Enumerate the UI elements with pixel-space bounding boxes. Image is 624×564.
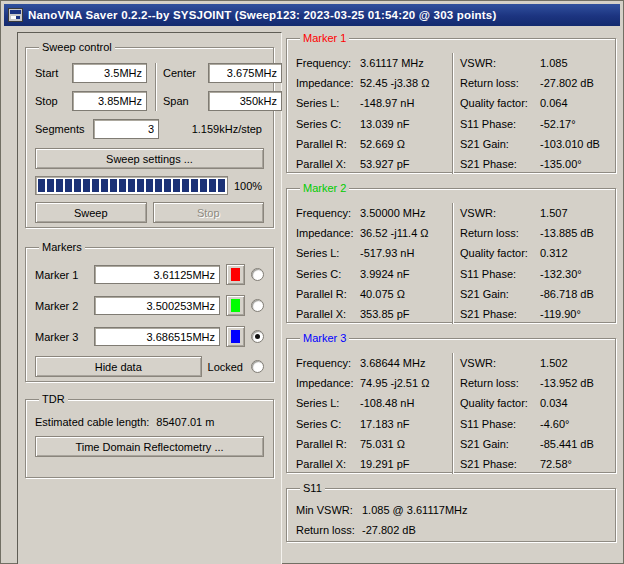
sweep-fields-divider xyxy=(155,63,156,111)
field-value: -148.97 nH xyxy=(360,97,452,109)
field-value: -52.17° xyxy=(540,118,606,130)
center-label: Center xyxy=(163,67,208,79)
cable-length-row: Estimated cable length: 85407.01 m xyxy=(35,416,264,428)
marker-data-left-column: Frequency:3.68644 MHzImpedance:74.95 -j2… xyxy=(296,353,452,474)
tdr-button[interactable]: Time Domain Reflectometry ... xyxy=(35,436,264,457)
field-label: VSWR: xyxy=(460,207,540,219)
marker-group-title: Marker 2 xyxy=(300,182,349,194)
data-row: Series C:13.039 nF xyxy=(296,114,452,134)
center-input[interactable] xyxy=(208,63,282,83)
step-size-text: 1.159kHz/step xyxy=(192,123,264,135)
cable-length-value: 85407.01 m xyxy=(156,416,214,428)
client-area: Sweep control Start Center Stop Span Seg… xyxy=(4,26,620,564)
field-value: 36.52 -j11.4 Ω xyxy=(360,227,452,239)
data-row: S21 Phase:72.58° xyxy=(460,454,606,474)
sweep-settings-button[interactable]: Sweep settings ... xyxy=(35,148,264,169)
titlebar[interactable]: NanoVNA Saver 0.2.2--by SYSJOINT (Sweep1… xyxy=(4,4,620,26)
data-row: S21 Gain:-103.010 dB xyxy=(460,134,606,154)
start-input[interactable] xyxy=(72,63,147,83)
marker-1-color-swatch xyxy=(231,268,240,281)
field-value: -135.00° xyxy=(540,158,606,170)
data-row: Series L:-108.48 nH xyxy=(296,393,452,413)
field-label: Series C: xyxy=(296,268,360,280)
field-label: S11 Phase: xyxy=(460,268,540,280)
stop-input[interactable] xyxy=(72,91,147,111)
marker-2-color-button[interactable] xyxy=(226,295,245,316)
sweep-button[interactable]: Sweep xyxy=(35,202,147,223)
field-label: Series L: xyxy=(296,397,360,409)
field-value: 52.45 -j3.38 Ω xyxy=(360,77,452,89)
field-value: 3.50000 MHz xyxy=(360,207,452,219)
data-row: Parallel X:353.85 pF xyxy=(296,304,452,324)
tdr-group: TDR Estimated cable length: 85407.01 m T… xyxy=(25,393,274,478)
data-row: S21 Phase:-135.00° xyxy=(460,154,606,174)
hide-data-row: Hide data Locked xyxy=(35,356,264,377)
marker-data-right-column: VSWR:1.085Return loss:-27.802 dBQuality … xyxy=(453,53,606,174)
marker-2-color-swatch xyxy=(231,299,240,312)
data-row: S11 Phase:-52.17° xyxy=(460,114,606,134)
tdr-group-title: TDR xyxy=(39,393,68,405)
field-label: Parallel R: xyxy=(296,438,360,450)
field-label: Parallel X: xyxy=(296,308,360,320)
marker-3-label: Marker 3 xyxy=(35,331,88,343)
field-label: S21 Gain: xyxy=(460,288,540,300)
app-window: NanoVNA Saver 0.2.2--by SYSJOINT (Sweep1… xyxy=(0,0,624,564)
stop-button[interactable]: Stop xyxy=(153,202,265,223)
data-row: S11 Phase:-4.60° xyxy=(460,414,606,434)
field-value: 1.507 xyxy=(540,207,606,219)
span-input[interactable] xyxy=(208,91,282,111)
data-row: Return loss:-13.952 dB xyxy=(460,373,606,393)
data-row: Return loss:-27.802 dB xyxy=(460,73,606,93)
field-value: -27.802 dB xyxy=(540,77,606,89)
field-label: Return loss: xyxy=(460,227,540,239)
data-row: Parallel R:75.031 Ω xyxy=(296,434,452,454)
segments-input[interactable] xyxy=(93,119,159,139)
field-label: Impedance: xyxy=(296,227,360,239)
marker-data-left-column: Frequency:3.50000 MHzImpedance:36.52 -j1… xyxy=(296,203,452,324)
marker-data-right-column: VSWR:1.502Return loss:-13.952 dBQuality … xyxy=(453,353,606,474)
data-row: Series L:-148.97 nH xyxy=(296,93,452,113)
field-value: -85.441 dB xyxy=(540,438,606,450)
start-label: Start xyxy=(35,67,72,79)
field-value: 17.183 nF xyxy=(360,418,452,430)
field-label: VSWR: xyxy=(460,57,540,69)
locked-radio[interactable] xyxy=(251,360,264,373)
field-label: Quality factor: xyxy=(460,97,540,109)
field-label: Return loss: xyxy=(460,77,540,89)
field-label: Quality factor: xyxy=(460,247,540,259)
marker-2-radio[interactable] xyxy=(251,299,264,312)
markers-group-title: Markers xyxy=(39,241,85,253)
field-value: 53.927 pF xyxy=(360,158,452,170)
field-value: -13.885 dB xyxy=(540,227,606,239)
marker-1-frequency-input[interactable] xyxy=(94,265,220,284)
field-value: 353.85 pF xyxy=(360,308,452,320)
marker-1-radio[interactable] xyxy=(251,268,264,281)
field-value: 0.064 xyxy=(540,97,606,109)
data-row: Series C:3.9924 nF xyxy=(296,264,452,284)
field-value: 52.669 Ω xyxy=(360,138,452,150)
field-label: Parallel X: xyxy=(296,158,360,170)
field-value: -517.93 nH xyxy=(360,247,452,259)
field-value: 0.312 xyxy=(540,247,606,259)
field-label: Parallel X: xyxy=(296,458,360,470)
marker-3-frequency-input[interactable] xyxy=(94,327,220,346)
marker-1-color-button[interactable] xyxy=(226,264,245,285)
sweep-progress-fill xyxy=(38,179,225,192)
marker-data-columns: Frequency:3.68644 MHzImpedance:74.95 -j2… xyxy=(296,353,606,474)
data-row: Parallel X:19.291 pF xyxy=(296,454,452,474)
progress-row: 100% xyxy=(35,176,264,195)
field-value: 13.039 nF xyxy=(360,118,452,130)
field-label: Quality factor: xyxy=(460,397,540,409)
marker-1-row: Marker 1 xyxy=(35,264,264,285)
field-label: Series C: xyxy=(296,118,360,130)
marker-3-radio[interactable] xyxy=(251,330,264,343)
field-label: S21 Gain: xyxy=(460,438,540,450)
marker-2-label: Marker 2 xyxy=(35,300,88,312)
marker-2-frequency-input[interactable] xyxy=(94,296,220,315)
marker-3-color-button[interactable] xyxy=(226,326,245,347)
data-row: Frequency:3.50000 MHz xyxy=(296,203,452,223)
field-label: S21 Phase: xyxy=(460,158,540,170)
data-row: Series L:-517.93 nH xyxy=(296,243,452,263)
hide-data-button[interactable]: Hide data xyxy=(35,356,202,377)
data-row: S21 Gain:-86.718 dB xyxy=(460,284,606,304)
